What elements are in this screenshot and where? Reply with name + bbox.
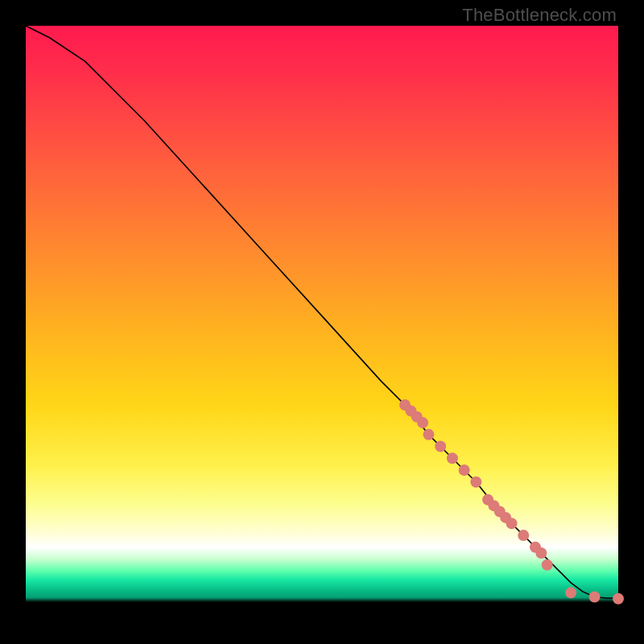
scatter-dot [518,530,528,540]
plot-area [26,26,618,618]
scatter-dot [507,518,517,528]
credit-text: TheBottleneck.com [462,5,617,26]
scatter-dot [436,442,445,452]
scatter-dot [423,430,433,440]
scatter-dot [543,560,552,570]
chart-svg [26,26,618,618]
scatter-dot [448,453,457,463]
chart-stage: TheBottleneck.com [0,0,644,644]
scatter-dot [613,594,623,604]
scatter-dot [536,548,546,558]
scatter-dots [400,400,623,604]
scatter-dot [590,592,600,602]
scatter-dot [418,418,427,427]
scatter-dot [471,477,481,487]
scatter-dot [566,588,576,597]
bottleneck-curve [26,26,618,598]
scatter-dot [460,465,469,475]
